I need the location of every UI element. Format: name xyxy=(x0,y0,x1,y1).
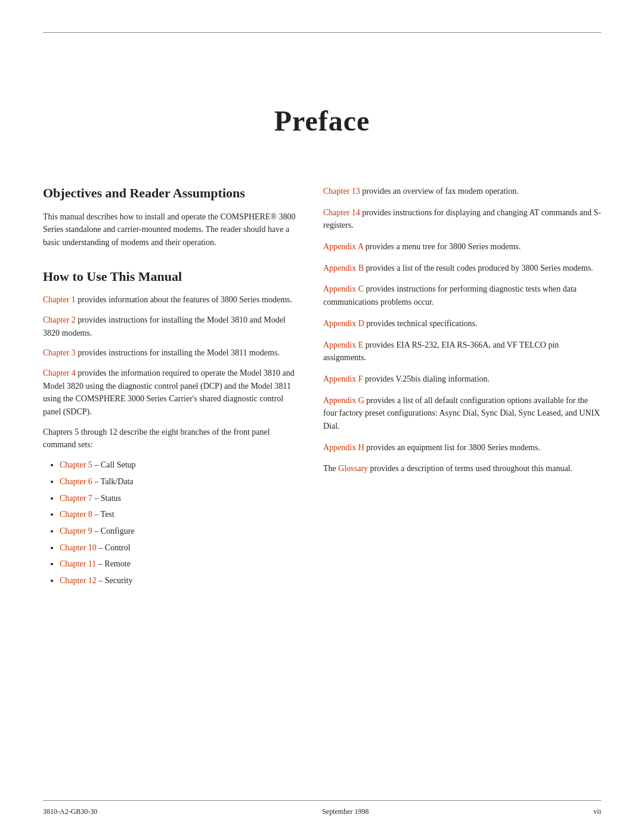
bottom-rule xyxy=(43,800,601,801)
right-text-0: provides an overview of fax modem operat… xyxy=(360,187,519,196)
chapter-text-6: – Talk/Data xyxy=(92,477,134,486)
objectives-heading: Objectives and Reader Assumptions xyxy=(43,185,296,202)
chapter-link-5[interactable]: Chapter 5 xyxy=(60,460,92,469)
right-para-4: Appendix C provides instructions for per… xyxy=(323,283,601,308)
right-link-3[interactable]: Appendix B xyxy=(323,264,364,272)
footer-right: vii xyxy=(593,807,601,816)
glossary-text: provides a description of terms used thr… xyxy=(368,464,572,473)
right-link-6[interactable]: Appendix E xyxy=(323,340,363,349)
right-para-2: Appendix A provides a menu tree for 3800… xyxy=(323,240,601,253)
right-text-5: provides technical specifications. xyxy=(364,319,478,328)
page-title: Preface xyxy=(0,104,644,137)
list-item: Chapter 5 – Call Setup xyxy=(60,459,296,472)
chapter3-para: Chapter 3 provides instructions for inst… xyxy=(43,346,296,360)
footer: 3810-A2-GB30-30 September 1998 vii xyxy=(43,807,601,816)
chapter-link-11[interactable]: Chapter 11 xyxy=(60,559,96,568)
glossary-para: The Glossary provides a description of t… xyxy=(323,462,601,475)
chapter2-para: Chapter 2 provides instructions for inst… xyxy=(43,314,296,339)
right-link-9[interactable]: Appendix H xyxy=(323,443,364,452)
footer-center: September 1998 xyxy=(322,807,369,816)
chapter-link-10[interactable]: Chapter 10 xyxy=(60,543,97,552)
list-item: Chapter 10 – Control xyxy=(60,541,296,555)
chapter1-para: Chapter 1 provides information about the… xyxy=(43,293,296,306)
chapter4-para: Chapter 4 provides the information requi… xyxy=(43,367,296,419)
right-text-2: provides a menu tree for 3800 Series mod… xyxy=(363,242,521,251)
chapter-link-8[interactable]: Chapter 8 xyxy=(60,510,92,519)
glossary-prefix: The xyxy=(323,464,338,473)
chapter-link-6[interactable]: Chapter 6 xyxy=(60,477,92,486)
chapter-text-10: – Control xyxy=(97,543,131,552)
chapter4-text: provides the information required to ope… xyxy=(43,368,295,416)
right-link-0[interactable]: Chapter 13 xyxy=(323,187,360,196)
bullet-list: Chapter 5 – Call SetupChapter 6 – Talk/D… xyxy=(60,459,296,587)
chapter3-link[interactable]: Chapter 3 xyxy=(43,348,76,357)
chapter-text-11: – Remote xyxy=(96,559,131,568)
right-column: Chapter 13 provides an overview of fax m… xyxy=(317,185,601,594)
chapter-text-5: – Call Setup xyxy=(92,460,136,469)
chapters-intro: Chapters 5 through 12 describe the eight… xyxy=(43,426,296,451)
chapter-text-7: – Status xyxy=(92,494,121,503)
right-link-2[interactable]: Appendix A xyxy=(323,242,363,251)
right-para-8: Appendix G provides a list of all defaul… xyxy=(323,394,601,433)
how-to-section: How to Use This Manual Chapter 1 provide… xyxy=(43,268,296,587)
chapter2-link[interactable]: Chapter 2 xyxy=(43,315,76,324)
right-link-5[interactable]: Appendix D xyxy=(323,319,364,328)
right-text-3: provides a list of the result codes prod… xyxy=(364,264,593,272)
right-text-7: provides V.25bis dialing information. xyxy=(363,374,490,383)
right-text-8: provides a list of all default configura… xyxy=(323,396,600,431)
right-para-3: Appendix B provides a list of the result… xyxy=(323,262,601,275)
chapter-link-7[interactable]: Chapter 7 xyxy=(60,494,92,503)
howtouse-heading: How to Use This Manual xyxy=(43,268,296,286)
list-item: Chapter 6 – Talk/Data xyxy=(60,475,296,488)
left-column: Objectives and Reader Assumptions This m… xyxy=(43,185,317,594)
list-item: Chapter 7 – Status xyxy=(60,492,296,505)
right-para-5: Appendix D provides technical specificat… xyxy=(323,317,601,330)
right-link-4[interactable]: Appendix C xyxy=(323,284,364,293)
chapter-link-9[interactable]: Chapter 9 xyxy=(60,527,92,535)
right-para-1: Chapter 14 provides instructions for dis… xyxy=(323,206,601,232)
chapter4-link[interactable]: Chapter 4 xyxy=(43,368,76,377)
objectives-section: Objectives and Reader Assumptions This m… xyxy=(43,185,296,249)
objectives-body: This manual describes how to install and… xyxy=(43,210,296,249)
right-link-8[interactable]: Appendix G xyxy=(323,396,364,405)
chapter-text-9: – Configure xyxy=(92,527,135,535)
chapter1-link[interactable]: Chapter 1 xyxy=(43,295,76,304)
list-item: Chapter 9 – Configure xyxy=(60,525,296,538)
glossary-link[interactable]: Glossary xyxy=(338,464,368,473)
right-text-1: provides instructions for displaying and… xyxy=(323,208,601,230)
right-para-7: Appendix F provides V.25bis dialing info… xyxy=(323,373,601,386)
list-item: Chapter 8 – Test xyxy=(60,508,296,521)
list-item: Chapter 11 – Remote xyxy=(60,558,296,571)
chapter-text-12: – Security xyxy=(97,576,133,585)
chapter-link-12[interactable]: Chapter 12 xyxy=(60,576,97,585)
chapter3-text: provides instructions for installing the… xyxy=(76,348,280,357)
footer-left: 3810-A2-GB30-30 xyxy=(43,807,97,816)
top-rule xyxy=(43,32,601,33)
right-text-9: provides an equipment list for 3800 Seri… xyxy=(364,443,540,452)
content-area: Objectives and Reader Assumptions This m… xyxy=(0,185,644,594)
chapter-text-8: – Test xyxy=(92,510,114,519)
right-para-6: Appendix E provides EIA RS-232, EIA RS-3… xyxy=(323,339,601,364)
right-para-9: Appendix H provides an equipment list fo… xyxy=(323,441,601,454)
right-para-0: Chapter 13 provides an overview of fax m… xyxy=(323,185,601,198)
right-link-1[interactable]: Chapter 14 xyxy=(323,208,360,217)
chapter1-text: provides information about the features … xyxy=(76,295,292,304)
list-item: Chapter 12 – Security xyxy=(60,574,296,587)
chapter2-text: provides instructions for installing the… xyxy=(43,315,286,337)
right-link-7[interactable]: Appendix F xyxy=(323,374,363,383)
